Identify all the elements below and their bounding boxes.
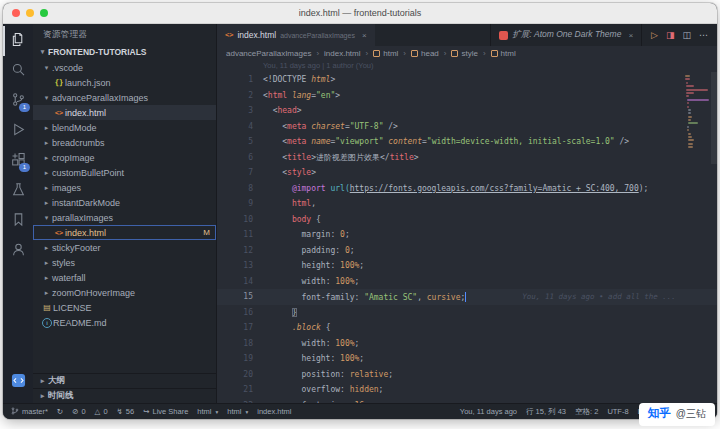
line-content: height: 100%; — [253, 354, 364, 363]
close-tab-icon[interactable]: × — [628, 31, 633, 40]
activity-explorer-button[interactable] — [3, 26, 33, 56]
line-number: 2 — [217, 91, 253, 100]
breadcrumb-item-index.html[interactable]: index.html — [324, 49, 360, 58]
activity-bookmark-button[interactable] — [3, 206, 33, 236]
line-content: @import url(https://fonts.googleapis.com… — [253, 184, 648, 193]
folder-customBulletPoint[interactable]: ▸customBulletPoint — [33, 165, 216, 180]
folder-zoomOnHoverImage[interactable]: ▸zoomOnHoverImage — [33, 285, 216, 300]
license-file-icon: ▤ — [43, 303, 51, 312]
tab-extension-atom-one-dark[interactable]: 扩展: Atom One Dark Theme × — [490, 24, 642, 46]
code-line-7: 7 <style> — [217, 165, 717, 181]
sidebar-section-时间线[interactable]: ▸时间线 — [33, 388, 216, 403]
minimap-line — [688, 112, 692, 114]
file-launch.json[interactable]: {}launch.json — [33, 75, 216, 90]
line-number: 20 — [217, 370, 253, 379]
activity-run-debug-button[interactable] — [3, 116, 33, 146]
run-icon[interactable]: ▷ — [651, 30, 658, 40]
project-section-header[interactable]: ▾ FRONTEND-TUTORIALS — [33, 44, 216, 60]
chevron-right-icon: ▸ — [37, 392, 48, 400]
chevron-right-icon: ▸ — [41, 199, 52, 207]
codelens-annotation[interactable]: You, 11 days ago | 1 author (You) — [217, 60, 717, 72]
breadcrumb-item-advanceParallaxImages[interactable]: advanceParallaxImages — [226, 49, 311, 58]
status-file-tag[interactable]: index.html — [257, 407, 291, 416]
folder-styles[interactable]: ▸styles — [33, 255, 216, 270]
minimize-window-button[interactable] — [26, 9, 34, 17]
status-indentation[interactable]: 空格: 2 — [575, 407, 598, 417]
code-line-4: 4 <meta charset="UTF-8" /> — [217, 119, 717, 135]
tab-description: advanceParallaxImages — [280, 32, 355, 39]
activity-account-button[interactable] — [3, 236, 33, 266]
activity-search-button[interactable] — [3, 56, 33, 86]
sync-icon: ↻ — [57, 407, 63, 416]
close-window-button[interactable] — [12, 9, 20, 17]
sidebar-title: 资源管理器 — [33, 24, 216, 44]
code-line-8: 8 @import url(https://fonts.googleapis.c… — [217, 181, 717, 197]
activity-test-beaker-button[interactable] — [3, 176, 33, 206]
activity-extensions-button[interactable]: 1 — [3, 146, 33, 176]
open-preview-icon[interactable]: ◨ — [666, 30, 675, 40]
line-content: width: 100%; — [253, 277, 359, 286]
status-cursor-position[interactable]: 行 15, 列 43 — [526, 407, 566, 417]
tab-index-html[interactable]: <> index.html advanceParallaxImages × — [217, 24, 375, 46]
folder-stickyFooter[interactable]: ▸stickyFooter — [33, 240, 216, 255]
more-actions-icon[interactable]: ⋯ — [699, 30, 708, 40]
line-content: <title>进阶视差图片效果</title> — [253, 152, 419, 163]
remote-icon — [11, 373, 26, 392]
status-git-branch[interactable]: master* — [11, 406, 48, 418]
breadcrumb-separator: › — [366, 49, 369, 58]
zhihu-logo: 知乎 — [648, 406, 671, 421]
zoom-window-button[interactable] — [40, 9, 48, 17]
split-editor-icon[interactable]: ◫ — [682, 30, 691, 40]
file-LICENSE[interactable]: ▤LICENSE — [33, 300, 216, 315]
folder-waterfall[interactable]: ▸waterfall — [33, 270, 216, 285]
breadcrumb-item-head[interactable]: head — [411, 49, 439, 58]
inline-blame-annotation: You, 11 days ago • add all the ... — [522, 292, 676, 301]
breadcrumb-item-html[interactable]: html — [373, 49, 398, 58]
folder-images[interactable]: ▸images — [33, 180, 216, 195]
file-index.html[interactable]: <>index.htmlM — [33, 225, 216, 240]
bookmark-icon — [11, 212, 26, 231]
account-icon — [11, 242, 26, 261]
status-warnings[interactable]: △0 — [95, 407, 108, 416]
chevron-right-icon: ▸ — [41, 139, 52, 147]
line-number: 16 — [217, 308, 253, 317]
editor-scrollbar[interactable] — [711, 72, 717, 403]
activity-remote-button[interactable] — [3, 367, 33, 397]
folder-instantDarkMode[interactable]: ▸instantDarkMode — [33, 195, 216, 210]
chevron-down-icon: ▾ — [41, 214, 52, 222]
minimap-line — [686, 95, 688, 97]
close-tab-icon[interactable]: × — [362, 31, 367, 40]
status-errors[interactable]: ⊘0 — [72, 407, 85, 416]
status-encoding[interactable]: UTF-8 — [607, 407, 628, 416]
status-lang-tag-1[interactable]: html▾ — [197, 407, 218, 416]
html-file-icon: <> — [55, 109, 63, 117]
breadcrumb-item-style[interactable]: style — [451, 49, 477, 58]
folder-blendMode[interactable]: ▸blendMode — [33, 120, 216, 135]
code-editor[interactable]: 1<!DOCTYPE html>2<html lang="en">3 <head… — [217, 72, 717, 403]
file-README.md[interactable]: iREADME.md — [33, 315, 216, 330]
status-lang-tag-2[interactable]: html▾ — [227, 407, 248, 416]
status-blame[interactable]: You, 11 days ago — [460, 407, 517, 416]
watermark-author: @三钻 — [676, 407, 706, 421]
status-live-share[interactable]: ↪Live Share — [143, 407, 188, 416]
line-content: font-family: "Amatic SC", cursive;You, 1… — [253, 292, 676, 302]
status-metric[interactable]: ↯56 — [117, 407, 135, 416]
folder-breadcrumbs[interactable]: ▸breadcrumbs — [33, 135, 216, 150]
folder-parallaxImages[interactable]: ▾parallaxImages — [33, 210, 216, 225]
scrollbar-slider[interactable] — [711, 72, 717, 164]
status-sync[interactable]: ↻ — [57, 407, 63, 416]
folder-advanceParallaxImages[interactable]: ▾advanceParallaxImages — [33, 90, 216, 105]
activity-bar-top: 11 — [3, 26, 33, 266]
file-index.html[interactable]: <>index.html — [33, 105, 216, 120]
breadcrumb-label: head — [421, 49, 439, 58]
symbol-icon — [451, 50, 458, 57]
folder-cropImage[interactable]: ▸cropImage — [33, 150, 216, 165]
activity-source-control-button[interactable]: 1 — [3, 86, 33, 116]
line-number: 22 — [217, 401, 253, 403]
line-content: width: 100%; — [253, 339, 359, 348]
folder-.vscode[interactable]: ▾.vscode — [33, 60, 216, 75]
sidebar-section-大纲[interactable]: ▸大纲 — [33, 373, 216, 388]
minimap[interactable] — [685, 75, 709, 150]
chevron-down-icon: ▾ — [41, 94, 52, 102]
breadcrumb-item-html[interactable]: html — [491, 49, 516, 58]
